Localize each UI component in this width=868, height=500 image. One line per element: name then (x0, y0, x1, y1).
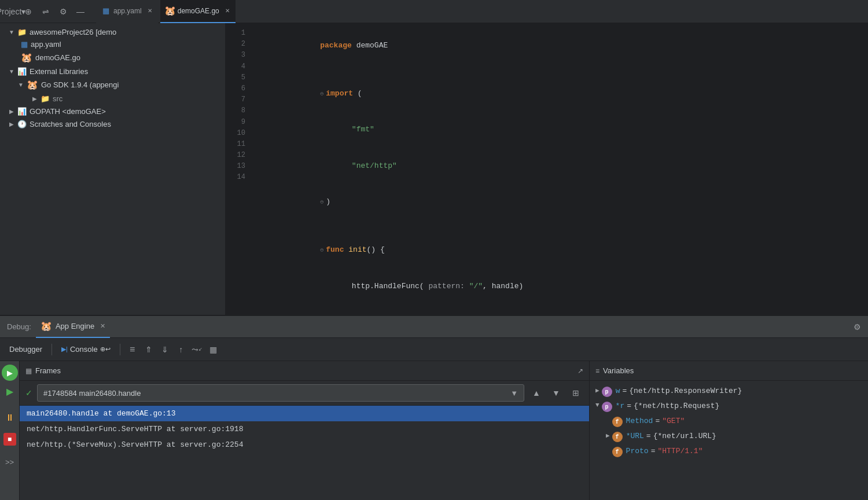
debug-tab-gopher-icon: 🐹 (41, 321, 52, 332)
minimize-icon[interactable]: — (74, 5, 87, 18)
tree-item-app-yaml[interactable]: ▦ app.yaml (0, 38, 225, 50)
param-hint-pattern: pattern: (428, 282, 464, 291)
var-val-method: "GET" (662, 417, 685, 425)
frame-filter-btn[interactable]: ⊞ (568, 385, 583, 400)
run-btn-pause[interactable]: ⏸ (2, 410, 18, 426)
fold-icon-3[interactable]: ⊖ (320, 90, 323, 99)
var-expand-url[interactable]: ▶ (606, 432, 610, 439)
frame-select-dropdown[interactable]: #1748584 main26480.handle ▼ (37, 384, 524, 402)
add-icon[interactable]: ⊕ (22, 5, 35, 18)
run-btn-play[interactable]: ▶ (2, 365, 18, 381)
frames-header-label: Frames (35, 366, 61, 375)
ext-libs-label: External Libraries (30, 67, 88, 76)
step-into-btn2[interactable]: ⇓ (157, 342, 172, 357)
var-expand-w[interactable]: ▶ (595, 387, 599, 394)
tab-app-yaml[interactable]: ▦ app.yaml ✕ (96, 0, 158, 23)
go-sdk-icon: 🐹 (27, 79, 38, 90)
tree-item-demoGAE-go[interactable]: 🐹 demoGAE.go (0, 50, 225, 65)
settings-icon[interactable]: ⚙ (57, 5, 69, 18)
frames-dropdown-area: ✓ #1748584 main26480.handle ▼ ▲ ▼ ⊞ (20, 381, 589, 406)
layout-icon[interactable]: ⇌ (39, 5, 52, 18)
tab-demoGAE-go-close[interactable]: ✕ (225, 8, 230, 14)
tree-item-external-libs[interactable]: ▼ 📊 External Libraries (0, 65, 225, 78)
step-over-btn[interactable]: ≡ (125, 342, 140, 357)
gopath-arrow: ▶ (7, 106, 16, 116)
debug-body: ▶ ▶ ⏸ ■ >> ▦ Frames ↗ ✓ (0, 361, 868, 500)
var-name-w: w (616, 387, 620, 395)
debug-label: Debug: (7, 322, 31, 331)
fold-icon-6[interactable]: ⊖ (320, 198, 323, 207)
project-label[interactable]: Project▾ (5, 5, 17, 18)
tree-item-go-sdk[interactable]: ▼ 🐹 Go SDK 1.9.4 (appengi (0, 78, 225, 92)
var-badge-w: p (602, 387, 612, 397)
var-eq-r: = (627, 402, 631, 410)
frames-expand-icon[interactable]: ↗ (578, 367, 583, 375)
frame-down-btn[interactable]: ▼ (549, 385, 564, 400)
toolbar-left: Project▾ ⊕ ⇌ ⚙ — (5, 5, 94, 18)
src-icon: 📁 (41, 94, 50, 103)
var-eq-w: = (622, 387, 627, 395)
var-badge-r: p (602, 402, 612, 412)
folder-icon: 📁 (17, 28, 27, 36)
frames-header-icon: ▦ (25, 367, 32, 375)
go-sdk-arrow: ▼ (16, 80, 25, 90)
debug-tab-label: App Engine (56, 322, 94, 330)
keyword-import: import (326, 89, 353, 98)
debug-tab-app-engine[interactable]: 🐹 App Engine ✕ (36, 316, 110, 338)
tab-app-yaml-close[interactable]: ✕ (148, 8, 152, 14)
top-area: ▼ 📁 awesomeProject26 [demo ▦ app.yaml 🐹 … (0, 23, 868, 315)
step-into-frame-btn[interactable]: ⇑ (141, 342, 156, 357)
frames-panel-header: ▦ Frames ↗ (20, 361, 589, 381)
tree-item-gopath[interactable]: ▶ 📊 GOPATH <demoGAE> (0, 105, 225, 117)
debug-tab-close[interactable]: ✕ (100, 322, 105, 330)
fold-icon-8[interactable]: ⊖ (320, 246, 323, 255)
yaml-icon: ▦ (102, 7, 110, 15)
var-badge-method: f (612, 417, 623, 427)
func-init: init (348, 245, 366, 254)
var-item-method: f Method = "GET" (590, 414, 868, 429)
step-out-btn[interactable]: ↑ (174, 342, 189, 357)
frame-up-btn[interactable]: ▲ (529, 385, 544, 400)
tree-item-project-root[interactable]: ▼ 📁 awesomeProject26 [demo (0, 25, 225, 38)
code-line-9: http.HandleFunc( pattern: "/", handle) (255, 269, 868, 304)
var-name-url: *URL (626, 432, 644, 440)
debugger-tab[interactable]: Debugger (5, 343, 47, 356)
var-val-r: {*net/http.Request} (634, 402, 719, 410)
var-item-w: ▶ p w = {net/http.ResponseWriter} (590, 384, 868, 399)
var-item-r: ▼ p *r = {*net/http.Request} (590, 399, 868, 414)
var-expand-r[interactable]: ▼ (595, 402, 599, 409)
force-step-btn[interactable]: ⤳↙ (190, 342, 205, 357)
var-expand-method (606, 417, 610, 424)
eval-expr-btn[interactable]: ▦ (206, 342, 221, 357)
frame-list: main26480.handle at demoGAE.go:13 net/ht… (20, 406, 589, 500)
tree-item-src[interactable]: ▶ 📁 src (0, 92, 225, 105)
frame-item-1[interactable]: net/http.HandlerFunc.ServeHTTP at server… (20, 421, 589, 437)
code-editor[interactable]: 1 2 3 4 5 6 7 8 9 10 11 12 13 14 (226, 23, 868, 315)
console-tab[interactable]: ▶| Console ⊕↩ (57, 343, 115, 356)
go-gopher-icon: 🐹 (166, 7, 174, 15)
app-yaml-label: app.yaml (31, 40, 61, 49)
checkmark-icon: ✓ (25, 388, 32, 398)
run-sidebar: ▶ ▶ ⏸ ■ >> (0, 361, 20, 500)
var-item-proto: f Proto = "HTTP/1.1" (590, 444, 868, 459)
tree-item-scratches[interactable]: ▶ 🕐 Scratches and Consoles (0, 117, 225, 130)
keyword-package: package (320, 41, 352, 50)
frame-item-0[interactable]: main26480.handle at demoGAE.go:13 (20, 406, 589, 421)
var-expand-proto (606, 447, 610, 454)
debug-settings-icon[interactable]: ⚙ (854, 322, 861, 332)
frame-item-2[interactable]: net/http.(*ServeMux).ServeHTTP at server… (20, 437, 589, 453)
run-btn-play2[interactable]: ▶ (2, 383, 18, 399)
run-btn-stop[interactable]: ■ (3, 433, 16, 446)
tab-demoGAE-go[interactable]: 🐹 demoGAE.go ✕ (160, 0, 236, 23)
keyword-func-init: func (326, 245, 344, 254)
var-val-url: {*net/url.URL} (653, 432, 716, 440)
variables-header-icon: ≡ (595, 367, 599, 375)
string-nethttp: "net/http" (352, 161, 397, 170)
code-line-8: ⊖func init() { (255, 233, 868, 269)
code-line-2 (255, 64, 868, 76)
var-eq-url: = (646, 432, 651, 440)
run-btn-arrow-right[interactable]: >> (2, 454, 18, 470)
code-line-4: "fmt" (255, 112, 868, 148)
var-item-url: ▶ f *URL = {*net/url.URL} (590, 429, 868, 444)
toolbar-sep-2 (120, 344, 120, 355)
